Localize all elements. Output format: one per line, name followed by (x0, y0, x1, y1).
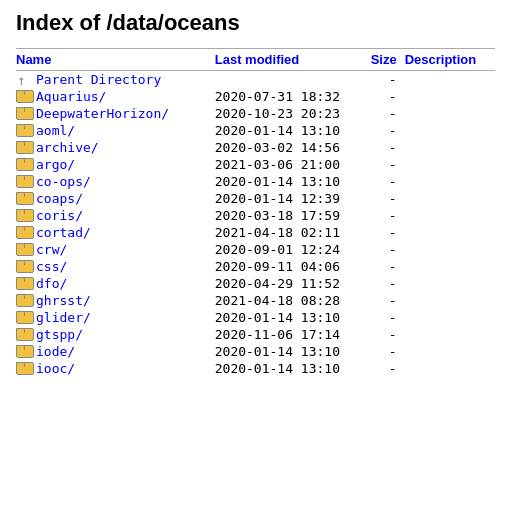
entry-link[interactable]: aoml/ (36, 123, 75, 138)
date-cell: 2021-03-06 21:00 (215, 156, 366, 173)
date-cell: 2020-10-23 20:23 (215, 105, 366, 122)
folder-icon (16, 277, 32, 290)
table-row: argo/2021-03-06 21:00- (16, 156, 495, 173)
entry-link[interactable]: Aquarius/ (36, 89, 106, 104)
size-cell: - (366, 139, 405, 156)
table-row: archive/2020-03-02 14:56- (16, 139, 495, 156)
desc-cell (405, 139, 495, 156)
entry-link[interactable]: Parent Directory (36, 72, 161, 87)
entry-link[interactable]: iooc/ (36, 361, 75, 376)
date-cell: 2020-01-14 12:39 (215, 190, 366, 207)
entry-link[interactable]: argo/ (36, 157, 75, 172)
desc-cell (405, 275, 495, 292)
col-header-description[interactable]: Description (405, 49, 495, 71)
date-cell: 2020-09-11 04:06 (215, 258, 366, 275)
size-cell: - (366, 122, 405, 139)
table-row: css/2020-09-11 04:06- (16, 258, 495, 275)
entry-link[interactable]: dfo/ (36, 276, 67, 291)
desc-cell (405, 173, 495, 190)
folder-icon (16, 107, 32, 120)
desc-cell (405, 88, 495, 105)
entry-link[interactable]: cortad/ (36, 225, 91, 240)
desc-cell (405, 105, 495, 122)
folder-icon (16, 175, 32, 188)
name-cell: argo/ (16, 156, 215, 173)
back-icon (16, 73, 32, 87)
date-cell: 2020-01-14 13:10 (215, 309, 366, 326)
name-cell: gtspp/ (16, 326, 215, 343)
entry-link[interactable]: DeepwaterHorizon/ (36, 106, 169, 121)
entry-link[interactable]: glider/ (36, 310, 91, 325)
entry-link[interactable]: archive/ (36, 140, 99, 155)
table-row: Parent Directory- (16, 71, 495, 89)
date-cell: 2020-11-06 17:14 (215, 326, 366, 343)
table-row: coaps/2020-01-14 12:39- (16, 190, 495, 207)
date-cell: 2021-04-18 08:28 (215, 292, 366, 309)
date-cell (215, 71, 366, 89)
size-cell: - (366, 360, 405, 377)
folder-icon (16, 141, 32, 154)
sort-date-link[interactable]: Last modified (215, 52, 300, 67)
entry-link[interactable]: iode/ (36, 344, 75, 359)
sort-name-link[interactable]: Name (16, 52, 51, 67)
name-cell: dfo/ (16, 275, 215, 292)
entry-link[interactable]: crw/ (36, 242, 67, 257)
name-cell: cortad/ (16, 224, 215, 241)
sort-size-link[interactable]: Size (371, 52, 397, 67)
desc-cell (405, 122, 495, 139)
name-cell: aoml/ (16, 122, 215, 139)
size-cell: - (366, 173, 405, 190)
table-row: ghrsst/2021-04-18 08:28- (16, 292, 495, 309)
table-row: DeepwaterHorizon/2020-10-23 20:23- (16, 105, 495, 122)
date-cell: 2020-07-31 18:32 (215, 88, 366, 105)
col-header-last-modified[interactable]: Last modified (215, 49, 366, 71)
size-cell: - (366, 224, 405, 241)
folder-icon (16, 311, 32, 324)
entry-link[interactable]: gtspp/ (36, 327, 83, 342)
table-row: glider/2020-01-14 13:10- (16, 309, 495, 326)
name-cell: iode/ (16, 343, 215, 360)
directory-table: Name Last modified Size Description Pare… (16, 48, 495, 377)
date-cell: 2021-04-18 02:11 (215, 224, 366, 241)
desc-cell (405, 343, 495, 360)
folder-icon (16, 328, 32, 341)
desc-cell (405, 292, 495, 309)
name-cell: DeepwaterHorizon/ (16, 105, 215, 122)
desc-cell (405, 309, 495, 326)
date-cell: 2020-01-14 13:10 (215, 360, 366, 377)
date-cell: 2020-01-14 13:10 (215, 173, 366, 190)
name-cell: iooc/ (16, 360, 215, 377)
col-header-size[interactable]: Size (366, 49, 405, 71)
entry-link[interactable]: css/ (36, 259, 67, 274)
desc-cell (405, 190, 495, 207)
table-row: dfo/2020-04-29 11:52- (16, 275, 495, 292)
desc-cell (405, 360, 495, 377)
table-row: Aquarius/2020-07-31 18:32- (16, 88, 495, 105)
entry-link[interactable]: co-ops/ (36, 174, 91, 189)
size-cell: - (366, 156, 405, 173)
entry-link[interactable]: ghrsst/ (36, 293, 91, 308)
folder-icon (16, 90, 32, 103)
size-cell: - (366, 105, 405, 122)
desc-cell (405, 258, 495, 275)
size-cell: - (366, 71, 405, 89)
name-cell: crw/ (16, 241, 215, 258)
name-cell: css/ (16, 258, 215, 275)
desc-cell (405, 326, 495, 343)
name-cell: archive/ (16, 139, 215, 156)
table-row: iooc/2020-01-14 13:10- (16, 360, 495, 377)
col-header-name[interactable]: Name (16, 49, 215, 71)
size-cell: - (366, 292, 405, 309)
entry-link[interactable]: coris/ (36, 208, 83, 223)
table-row: aoml/2020-01-14 13:10- (16, 122, 495, 139)
date-cell: 2020-03-18 17:59 (215, 207, 366, 224)
name-cell: Parent Directory (16, 71, 215, 89)
name-cell: glider/ (16, 309, 215, 326)
size-cell: - (366, 190, 405, 207)
sort-desc-link[interactable]: Description (405, 52, 477, 67)
name-cell: ghrsst/ (16, 292, 215, 309)
date-cell: 2020-04-29 11:52 (215, 275, 366, 292)
desc-cell (405, 207, 495, 224)
entry-link[interactable]: coaps/ (36, 191, 83, 206)
size-cell: - (366, 309, 405, 326)
